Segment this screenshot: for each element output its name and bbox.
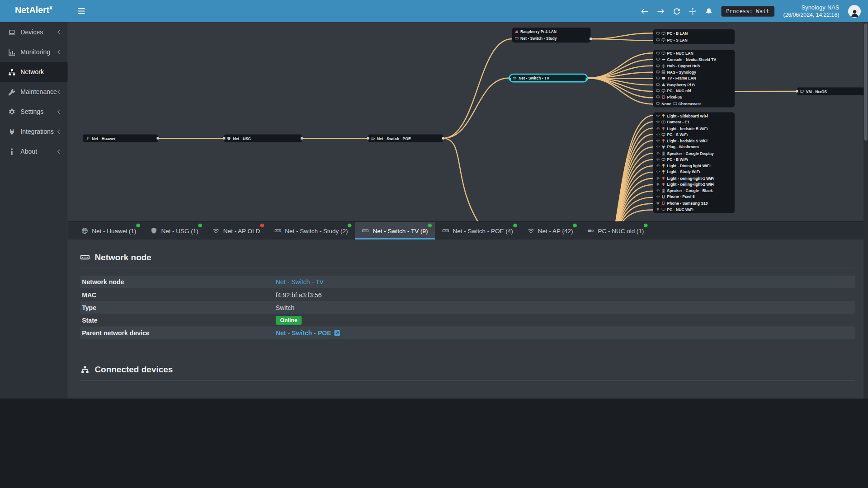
property-row-type: TypeSwitch [80,301,855,314]
topology-node-net-huawei[interactable]: Net - Huawei [83,135,158,142]
plug-icon [661,145,665,149]
topology-device-pixel-3a[interactable]: Pixel-3a [653,94,735,101]
sidebar-item-integrations[interactable]: Integrations [0,122,67,141]
cast-icon [673,102,677,106]
topology-device-camera-e1[interactable]: Camera - E1 [653,119,735,126]
property-value: Net - Switch - POE [276,329,341,336]
device-label: Raspberry Pi B [667,83,695,87]
tab-net-ap-old[interactable]: Net - AP OLD [206,222,267,239]
topology-device-phone-samsung-s10[interactable]: Phone - Samsung S10 [653,200,735,206]
pi-icon [661,83,665,87]
online-status-dot [644,224,648,228]
topology-device-plug-washroom[interactable]: Plug - Washroom [653,144,735,150]
topology-device-light-study-wifi[interactable]: Light - Study WiFi [653,169,735,175]
device-label: Camera - E1 [667,120,690,124]
user-avatar[interactable] [848,5,861,17]
topology-node-net-usg[interactable]: Net - USG [224,135,302,142]
network-node-heading: Network node [80,244,855,268]
tab-net-usg-1[interactable]: Net - USG (1) [143,222,205,239]
tab-net-switch-tv-9[interactable]: Net - Switch - TV (9) [355,222,435,239]
pi-icon [515,30,519,34]
tab-pc-nuc-old-1[interactable]: PC - NUC old (1) [580,222,651,239]
topology-device-pc-s-lan[interactable]: PC - S LAN [653,37,735,43]
move-icon[interactable] [689,8,696,15]
scrollbar-thumb[interactable] [864,23,867,141]
sidebar-item-network[interactable]: Network [0,62,67,82]
sidebar-item-settings[interactable]: Settings [0,102,67,122]
sidebar-item-maintenance[interactable]: Maintenance [0,82,67,102]
device-label: PC - B LAN [667,31,688,35]
section-title: Network node [94,252,151,262]
parent-node-link[interactable]: Net - Switch - POE [276,329,341,336]
topology-device-pc-nuc-lan[interactable]: PC - NUC LAN [653,50,735,56]
tab-net-switch-study-2[interactable]: Net - Switch - Study (2) [267,222,355,239]
sidebar-item-devices[interactable]: Devices [0,22,67,42]
topology-device-pc-nuc-wifi[interactable]: PC - NUC WiFi [653,206,735,212]
main-content: Net - HuaweiNet - USGNet - Switch - POEN… [67,22,868,399]
online-status-dot [198,224,203,228]
topology-device-raspberry-pi-4-lan[interactable]: Raspberry Pi 4 LAN [512,28,591,35]
process-status-badge[interactable]: Process: Wait [721,6,774,16]
topology-device-light-sideboard-wifi[interactable]: Light - Sideboard WiFi [653,113,735,119]
topology-device-light-ceiling-light-1-wifi[interactable]: Light - ceiling-light-1 WiFi [653,175,735,182]
server-timestamp: (26/06/2024, 14:22:16) [783,11,839,18]
nav-back-icon[interactable] [641,8,648,15]
device-label: Speaker - Google - Black [667,189,713,193]
tab-label: PC - NUC old (1) [598,227,644,234]
node-label: Net - Switch - POE [377,136,411,141]
bulb-icon [661,176,665,180]
topology-device-pc-s-wifi[interactable]: PC - S WiFi [653,131,735,138]
topology-device-pc-nuc-old[interactable]: PC - NUC old [653,88,735,94]
topology-device-console-nvidia-shield-tv[interactable]: Console - Nvidia Shield TV [653,56,735,63]
topology-device-pc-b-lan[interactable]: PC - B LAN [653,30,735,37]
netalertx-app: NetAlertx Process: Wait Synology-NAS (26… [0,0,868,399]
topology-device-tv-frame-lan[interactable]: TV - Frame LAN [653,75,735,82]
topology-node-net-switch-tv[interactable]: Net - Switch - TV [509,74,588,83]
topology-device-light-bedside-b-wifi[interactable]: Light - bedside B WiFi [653,125,735,131]
console-icon [661,58,665,62]
phone-icon [661,95,665,99]
shield-icon [151,227,157,234]
topology-device-speaker-google-display[interactable]: Speaker - Google Display [653,150,735,156]
sidebar-item-about[interactable]: About [0,141,67,161]
topology-device-nas-synology[interactable]: NAS - Synology [653,69,735,75]
property-label: State [82,317,276,324]
device-label: Speaker - Google Display [667,151,714,155]
pc-icon [661,133,665,137]
notifications-bell-icon[interactable] [705,8,712,15]
connector-dot [586,78,588,80]
topology-device-phone-pixel-6[interactable]: Phone - Pixel 6 [653,194,735,200]
refresh-icon[interactable] [673,8,680,15]
tab-net-huawei-1[interactable]: Net - Huawei (1) [74,222,143,239]
nav-forward-icon[interactable] [657,8,664,15]
topology-device-net-switch-study[interactable]: Net - Switch - Study [512,35,591,42]
wifi-icon [656,164,660,168]
connector-dot [301,137,303,140]
tab-net-switch-poe-4[interactable]: Net - Switch - POE (4) [435,222,520,239]
topology-device-chromecast[interactable]: NoneChromecast [653,100,735,107]
topology-device-light-bedside-s-wifi[interactable]: Light - bedside S WiFi [653,138,735,144]
network-node-link[interactable]: Net - Switch - TV [276,279,324,286]
info-icon [7,148,17,155]
phone-icon [661,195,665,199]
wifi-icon [656,176,660,180]
network-topology-diagram: Net - HuaweiNet - USGNet - Switch - POEN… [67,22,868,221]
topology-device-light-dining-light-wifi[interactable]: Light - Dining light WiFi [653,163,735,169]
page-scrollbar[interactable] [863,22,868,399]
topology-node-net-switch-poe[interactable]: Net - Switch - POE [368,135,443,142]
sidebar-toggle-icon[interactable] [77,8,85,14]
sidebar-item-monitoring[interactable]: Monitoring [0,42,67,62]
topology-device-light-ceiling-light-2-wifi[interactable]: Light - ceiling-light-2 WiFi [653,181,735,188]
topology-device-raspberry-pi-b[interactable]: Raspberry Pi B [653,82,735,88]
tab-net-ap-42[interactable]: Net - AP (42) [520,222,580,239]
topology-device-hub-cygnet-hub[interactable]: Hub - Cygnet Hub [653,63,735,69]
node-label: Net - Switch - TV [519,76,549,80]
app-logo[interactable]: NetAlertx [0,0,67,22]
wifi-icon [656,183,660,187]
property-row-state: StateOnline [80,314,855,326]
wifi-icon [656,114,660,118]
topology-device-group: PC - B LANPC - S LAN [653,29,735,44]
topology-device-pc-b-wifi[interactable]: PC - B WiFi [653,156,735,163]
topology-device-speaker-google-black[interactable]: Speaker - Google - Black [653,188,735,194]
topology-node-vm-nixos[interactable]: VM - NixOS [797,87,864,95]
